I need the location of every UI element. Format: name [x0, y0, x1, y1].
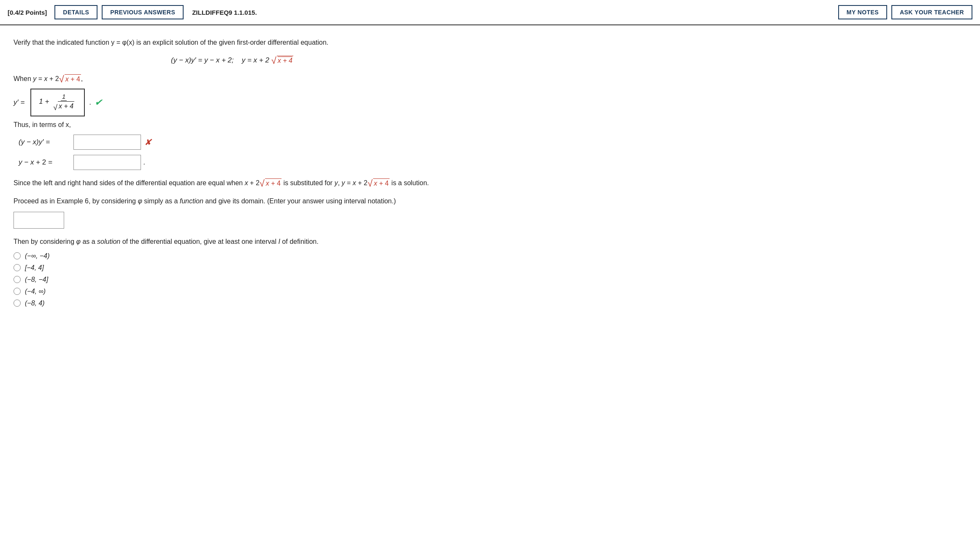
- sqrt-denom: √ x + 4: [53, 101, 74, 111]
- sqrt-sol1: √ x + 4: [260, 178, 282, 188]
- problem-intro: Verify that the indicated function y = φ…: [14, 37, 451, 48]
- previous-answers-button[interactable]: PREVIOUS ANSWERS: [102, 5, 184, 19]
- problem-id: ZILLDIFFEQ9 1.1.015.: [192, 9, 834, 16]
- header-right-buttons: MY NOTES ASK YOUR TEACHER: [838, 5, 972, 19]
- x-mark-icon: ✘: [144, 137, 152, 147]
- sqrt-symbol-sol1: √: [260, 179, 265, 188]
- solution-text: Since the left and right hand sides of t…: [14, 178, 451, 189]
- y-prime-fraction-box: 1 + 1 √ x + 4: [30, 89, 85, 116]
- points-label: [0.4/2 Points]: [8, 9, 47, 16]
- yx-input[interactable]: [73, 135, 141, 150]
- radio-label-4: (−8, 4): [25, 300, 45, 307]
- content-area: Verify that the indicated function y = φ…: [0, 25, 464, 328]
- radio-input-1[interactable]: [14, 264, 21, 271]
- interval-instruction: Then by considering φ as a solution of t…: [14, 236, 451, 247]
- period-2: .: [143, 158, 146, 167]
- radio-input-3[interactable]: [14, 288, 21, 295]
- radio-item-3[interactable]: (−4, ∞): [14, 288, 451, 295]
- ask-teacher-button[interactable]: ASK YOUR TEACHER: [891, 5, 972, 19]
- radio-label-1: [−4, 4]: [25, 264, 44, 272]
- fraction-1-over-sqrt: 1 √ x + 4: [52, 93, 76, 111]
- radio-group: (−∞, −4) [−4, 4] (−8, −4] (−4, ∞) (−8, 4…: [14, 252, 451, 307]
- yx-row: (y − x)y′ = ✘: [19, 135, 451, 150]
- radio-label-2: (−8, −4]: [25, 276, 48, 283]
- sqrt-content-main: x + 4: [277, 56, 293, 65]
- period-1: .: [89, 98, 91, 107]
- yx-label: (y − x)y′ =: [19, 138, 73, 146]
- radio-input-4[interactable]: [14, 300, 21, 307]
- domain-instruction: Proceed as in Example 6, by considering …: [14, 196, 451, 207]
- domain-input[interactable]: [14, 212, 64, 229]
- main-equation: (y − x)y′ = y − x + 2; y = x + 2 √ x + 4: [14, 56, 451, 65]
- details-button[interactable]: DETAILS: [54, 5, 97, 19]
- fraction-numerator: 1: [61, 93, 67, 101]
- radio-item-4[interactable]: (−8, 4): [14, 300, 451, 307]
- y-prime-label: y′ =: [14, 98, 24, 107]
- sqrt-content-when: x + 4: [65, 74, 81, 84]
- radio-input-0[interactable]: [14, 252, 21, 259]
- yx2-input[interactable]: [73, 155, 141, 170]
- header: [0.4/2 Points] DETAILS PREVIOUS ANSWERS …: [0, 0, 980, 25]
- equation-right: y = x + 2: [242, 56, 269, 64]
- fraction-denominator: √ x + 4: [52, 101, 76, 111]
- y-prime-row: y′ = 1 + 1 √ x + 4 . ✔: [14, 89, 451, 116]
- yx2-row: y − x + 2 = .: [19, 155, 451, 170]
- yx2-label: y − x + 2 =: [19, 158, 73, 167]
- thus-text: Thus, in terms of x,: [14, 119, 451, 130]
- when-y-text: When y = x + 2 √ x + 4 ,: [14, 73, 451, 84]
- radio-item-2[interactable]: (−8, −4]: [14, 276, 451, 283]
- equation-left: (y − x)y′ = y − x + 2;: [171, 56, 240, 64]
- sqrt-when: √ x + 4: [59, 74, 81, 84]
- radio-label-0: (−∞, −4): [25, 252, 50, 260]
- sqrt-sol2: √ x + 4: [368, 178, 390, 188]
- sqrt-content-sol1: x + 4: [265, 178, 282, 188]
- sqrt-symbol-main: √: [271, 56, 276, 65]
- radio-item-1[interactable]: [−4, 4]: [14, 264, 451, 272]
- radio-item-0[interactable]: (−∞, −4): [14, 252, 451, 260]
- check-mark-icon: ✔: [95, 97, 102, 108]
- sqrt-symbol-sol2: √: [368, 179, 373, 188]
- my-notes-button[interactable]: MY NOTES: [838, 5, 887, 19]
- radio-label-3: (−4, ∞): [25, 288, 46, 295]
- radio-input-2[interactable]: [14, 276, 21, 283]
- sqrt-main: √ x + 4: [271, 56, 293, 65]
- sqrt-content-denom: x + 4: [58, 101, 74, 111]
- sqrt-symbol-when: √: [59, 75, 64, 84]
- sqrt-content-sol2: x + 4: [373, 178, 390, 188]
- sqrt-symbol-denom: √: [53, 104, 57, 111]
